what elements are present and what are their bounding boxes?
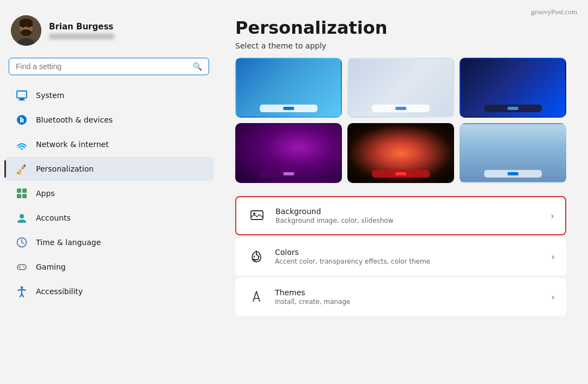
- sidebar-item-accessibility[interactable]: Accessibility: [4, 279, 213, 303]
- avatar: [11, 15, 41, 46]
- sidebar-item-accounts[interactable]: Accounts: [4, 206, 213, 230]
- sidebar-item-time[interactable]: Time & language: [4, 230, 213, 254]
- apps-icon: [15, 187, 28, 200]
- theme-card-5[interactable]: [347, 123, 454, 183]
- svg-point-30: [256, 254, 258, 255]
- theme-card-3[interactable]: [460, 58, 566, 118]
- svg-point-28: [253, 212, 255, 215]
- svg-point-11: [17, 115, 27, 125]
- background-icon: [247, 206, 267, 225]
- watermark: groovyPost.com: [531, 8, 577, 16]
- sidebar-item-bluetooth-label: Bluetooth & devices: [36, 115, 113, 124]
- colors-desc: Accent color, transparency effects, colo…: [275, 258, 543, 265]
- user-info: Brian Burgess: [49, 22, 114, 39]
- user-email: [49, 34, 114, 39]
- theme-card-4[interactable]: [235, 123, 342, 183]
- theme-taskbar-2: [372, 105, 430, 112]
- themes-title: Themes: [275, 288, 543, 297]
- svg-rect-17: [17, 194, 21, 198]
- sidebar-item-bluetooth[interactable]: Bluetooth & devices: [4, 108, 213, 132]
- svg-point-7: [28, 26, 30, 28]
- sidebar-item-system[interactable]: System: [4, 83, 213, 107]
- sidebar-item-accessibility-label: Accessibility: [36, 287, 83, 296]
- svg-point-24: [23, 266, 24, 267]
- themes-desc: Install, create, manage: [275, 298, 543, 306]
- colors-chevron: ›: [552, 252, 555, 262]
- theme-card-1[interactable]: [235, 58, 342, 118]
- user-profile: Brian Burgess: [0, 0, 218, 56]
- svg-point-29: [254, 256, 255, 258]
- theme-taskbar-3: [484, 105, 542, 112]
- svg-point-4: [21, 29, 32, 36]
- svg-point-12: [21, 148, 23, 150]
- network-icon: [15, 138, 28, 151]
- svg-rect-3: [20, 22, 33, 27]
- sidebar-item-personalization[interactable]: Personalization: [4, 157, 213, 181]
- svg-point-6: [22, 26, 24, 28]
- taskbar-btn-2: [395, 107, 406, 110]
- system-icon: [15, 89, 28, 102]
- themes-icon: [247, 287, 266, 307]
- nav-list: System Bluetooth & devices: [0, 81, 218, 384]
- sidebar-item-network[interactable]: Network & internet: [4, 132, 213, 156]
- svg-rect-14: [19, 169, 21, 174]
- page-title: Personalization: [235, 17, 566, 38]
- user-name: Brian Burgess: [49, 22, 114, 32]
- settings-item-background[interactable]: Background Background image, color, slid…: [235, 196, 566, 235]
- settings-item-themes[interactable]: Themes Install, create, manage ›: [235, 278, 566, 316]
- background-title: Background: [275, 207, 542, 216]
- taskbar-btn-5: [395, 172, 406, 175]
- theme-section-label: Select a theme to apply: [235, 41, 566, 50]
- settings-item-colors[interactable]: Colors Accent color, transparency effect…: [235, 237, 566, 276]
- themes-grid: [235, 58, 566, 183]
- sidebar-item-gaming-label: Gaming: [36, 263, 66, 271]
- gaming-icon: [15, 260, 28, 273]
- app-container: Brian Burgess 🔍 System: [0, 0, 588, 384]
- svg-point-25: [24, 267, 25, 269]
- search-input[interactable]: [16, 62, 188, 71]
- sidebar-item-accounts-label: Accounts: [36, 214, 71, 222]
- svg-rect-9: [20, 99, 24, 100]
- time-icon: [15, 236, 28, 249]
- taskbar-btn-4: [283, 172, 294, 175]
- settings-list: Background Background image, color, slid…: [235, 196, 566, 316]
- svg-rect-15: [17, 188, 21, 193]
- taskbar-btn-1: [283, 107, 294, 110]
- sidebar-item-time-label: Time & language: [36, 238, 101, 247]
- theme-card-2[interactable]: [347, 58, 454, 118]
- colors-icon: [247, 247, 266, 266]
- svg-point-31: [258, 256, 260, 258]
- accessibility-icon: [15, 285, 28, 298]
- personalization-icon: [15, 162, 28, 175]
- search-bar[interactable]: 🔍: [9, 58, 209, 75]
- svg-rect-8: [17, 91, 27, 98]
- sidebar-item-system-label: System: [36, 91, 64, 100]
- main-content: groovyPost.com Personalization Select a …: [218, 0, 588, 384]
- theme-taskbar-5: [372, 170, 430, 178]
- theme-taskbar-1: [260, 105, 317, 112]
- theme-taskbar-4: [260, 170, 317, 178]
- taskbar-btn-3: [507, 107, 518, 110]
- sidebar-item-gaming[interactable]: Gaming: [4, 255, 213, 279]
- svg-rect-13: [17, 172, 19, 174]
- sidebar-item-personalization-label: Personalization: [36, 164, 94, 173]
- sidebar: Brian Burgess 🔍 System: [0, 0, 218, 384]
- svg-rect-10: [19, 100, 25, 101]
- svg-rect-18: [22, 194, 27, 198]
- bluetooth-icon: [15, 113, 28, 126]
- taskbar-btn-6: [507, 172, 518, 175]
- accounts-icon: [15, 211, 28, 224]
- svg-rect-27: [251, 211, 263, 220]
- sidebar-item-network-label: Network & internet: [36, 140, 109, 149]
- colors-title: Colors: [275, 248, 543, 257]
- svg-rect-16: [22, 188, 27, 193]
- theme-card-6[interactable]: [460, 123, 566, 183]
- background-chevron: ›: [551, 211, 554, 221]
- background-text: Background Background image, color, slid…: [275, 207, 542, 224]
- sidebar-item-apps[interactable]: Apps: [4, 181, 213, 205]
- svg-point-26: [21, 287, 23, 289]
- theme-taskbar-6: [484, 170, 542, 178]
- themes-text: Themes Install, create, manage: [275, 288, 543, 306]
- search-icon: 🔍: [193, 62, 202, 71]
- sidebar-item-apps-label: Apps: [36, 189, 55, 198]
